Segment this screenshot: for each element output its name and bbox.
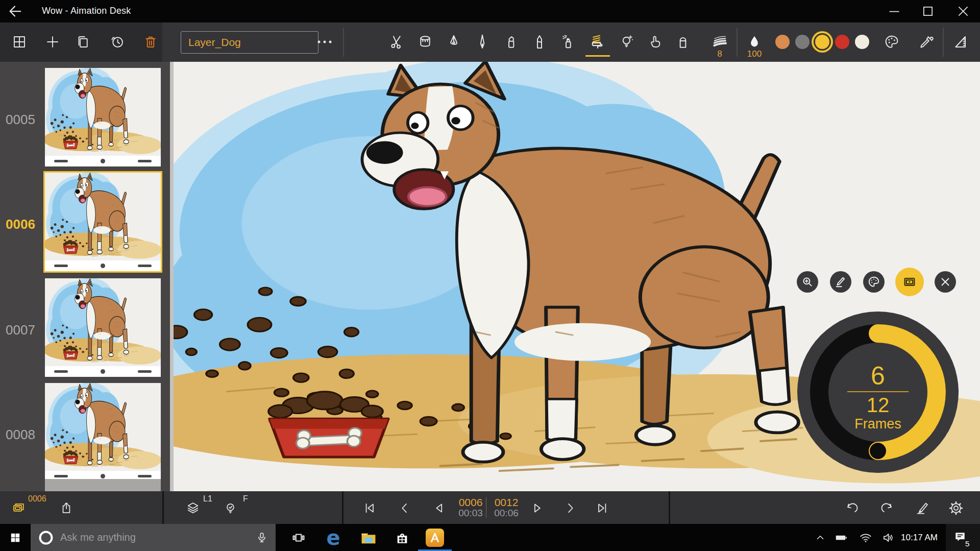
frame-thumbnail-partial[interactable] bbox=[45, 479, 161, 491]
bottom-divider bbox=[669, 491, 670, 524]
taskbar-clock[interactable]: 10:17 AM bbox=[896, 533, 943, 543]
opacity-drop-icon[interactable] bbox=[747, 34, 762, 50]
cortana-search-box[interactable] bbox=[31, 524, 276, 551]
frames-mode-icon[interactable] bbox=[12, 501, 26, 515]
colors-button[interactable] bbox=[863, 271, 885, 293]
position-divider bbox=[486, 497, 486, 518]
main-area: 0005 0006 0007 0008 bbox=[0, 62, 980, 491]
zoom-button[interactable] bbox=[797, 271, 818, 293]
stylus-icon[interactable] bbox=[474, 34, 491, 50]
stroke-size-value[interactable]: 8 bbox=[717, 49, 722, 59]
film-strip bbox=[45, 156, 161, 166]
ruler-icon[interactable] bbox=[952, 34, 968, 50]
action-center-button[interactable] bbox=[946, 524, 980, 551]
draw-mode-icon[interactable] bbox=[915, 500, 930, 516]
frame-flag-icon[interactable] bbox=[224, 501, 238, 515]
windows-store-icon[interactable] bbox=[390, 524, 414, 551]
film-strip bbox=[45, 366, 161, 377]
fountain-pen-icon[interactable] bbox=[446, 34, 462, 50]
minimize-icon[interactable] bbox=[887, 4, 902, 19]
paint-roller-icon[interactable] bbox=[589, 33, 606, 51]
swatch-red[interactable] bbox=[835, 35, 849, 49]
frames-scrollbar[interactable] bbox=[170, 62, 174, 491]
frames-dial[interactable]: 6 12 Frames bbox=[796, 307, 960, 478]
prev-frame-icon[interactable] bbox=[398, 501, 412, 515]
grid-icon[interactable] bbox=[12, 34, 27, 50]
layer-name-field[interactable] bbox=[181, 31, 318, 54]
paint-bucket-icon[interactable] bbox=[417, 34, 433, 50]
eraser-icon[interactable] bbox=[675, 34, 691, 50]
more-icon[interactable] bbox=[318, 41, 332, 43]
dial-knob[interactable] bbox=[870, 443, 886, 459]
duplicate-icon[interactable] bbox=[75, 34, 90, 50]
cortana-icon bbox=[38, 530, 54, 546]
file-explorer-icon[interactable] bbox=[356, 524, 381, 551]
bottom-bar: 0006 L1 F 0006 00:03 0012 00:06 bbox=[0, 491, 980, 524]
windows-taskbar: e 10:17 AM 5 bbox=[0, 524, 980, 551]
frame-art bbox=[45, 383, 161, 471]
idea-bulb-icon[interactable] bbox=[619, 34, 635, 50]
swatch-yellow-selected[interactable] bbox=[815, 35, 829, 49]
current-time: 00:03 bbox=[458, 508, 483, 519]
task-view-icon[interactable] bbox=[286, 524, 311, 551]
palette-icon[interactable] bbox=[884, 34, 900, 50]
swatch-gray[interactable] bbox=[795, 35, 810, 49]
battery-icon[interactable] bbox=[830, 524, 852, 551]
wifi-icon[interactable] bbox=[854, 524, 877, 551]
titlebar: Wow - Aimation Desk bbox=[0, 0, 980, 22]
animation-desk-app-icon[interactable] bbox=[423, 524, 447, 551]
search-input[interactable] bbox=[59, 531, 255, 544]
settings-gear-icon[interactable] bbox=[948, 500, 964, 516]
undo-icon[interactable] bbox=[845, 500, 860, 516]
play-icon[interactable] bbox=[530, 501, 544, 515]
layers-icon[interactable] bbox=[186, 501, 200, 515]
microphone-icon[interactable] bbox=[255, 531, 268, 544]
delete-icon[interactable] bbox=[143, 34, 158, 50]
share-icon[interactable] bbox=[59, 501, 74, 515]
draw-button[interactable] bbox=[830, 271, 851, 293]
skip-end-icon[interactable] bbox=[595, 501, 609, 515]
edge-browser-icon[interactable]: e bbox=[321, 524, 346, 551]
frame-thumbnail-0007[interactable] bbox=[45, 278, 161, 377]
step-back-icon[interactable] bbox=[432, 501, 446, 515]
current-position: 0006 00:03 bbox=[458, 496, 483, 519]
scissors-icon[interactable] bbox=[388, 34, 405, 50]
flag-badge: F bbox=[243, 494, 248, 504]
hand-icon[interactable] bbox=[647, 34, 663, 50]
stroke-width-icon[interactable] bbox=[711, 33, 728, 51]
frame-thumbnail-0005[interactable] bbox=[45, 68, 161, 166]
toolbar-divider bbox=[737, 28, 738, 57]
total-position: 0012 00:06 bbox=[494, 496, 519, 519]
frame-label: 0008 bbox=[0, 427, 41, 443]
close-overlay-button[interactable] bbox=[935, 271, 956, 293]
toolbar: 8 100 bbox=[0, 22, 980, 62]
bottom-divider bbox=[162, 491, 164, 524]
tray-chevron-icon[interactable] bbox=[809, 524, 831, 551]
bottom-divider bbox=[342, 491, 344, 524]
redo-icon[interactable] bbox=[879, 500, 894, 516]
current-frame-number: 0006 bbox=[458, 496, 483, 508]
maximize-icon[interactable] bbox=[920, 4, 936, 19]
drawing-canvas[interactable]: 6 12 Frames bbox=[174, 62, 980, 491]
pencil-icon[interactable] bbox=[531, 34, 548, 50]
airbrush-icon[interactable] bbox=[560, 34, 576, 50]
frame-badge: 0006 bbox=[28, 494, 46, 504]
next-frame-icon[interactable] bbox=[563, 501, 577, 515]
opacity-value[interactable]: 100 bbox=[747, 49, 762, 59]
preview-button-selected[interactable] bbox=[895, 268, 924, 296]
selected-tool-indicator bbox=[585, 55, 610, 57]
add-frame-icon[interactable] bbox=[45, 34, 60, 50]
frame-thumbnail-0006[interactable] bbox=[45, 173, 161, 271]
frame-art bbox=[45, 68, 161, 156]
back-icon[interactable] bbox=[7, 4, 22, 19]
history-icon[interactable] bbox=[110, 34, 125, 50]
close-icon[interactable] bbox=[955, 4, 971, 19]
marker-icon[interactable] bbox=[503, 34, 519, 50]
eyedropper-icon[interactable] bbox=[918, 34, 935, 50]
swatch-orange[interactable] bbox=[775, 35, 790, 49]
start-button[interactable] bbox=[0, 524, 31, 551]
swatch-white[interactable] bbox=[855, 35, 869, 49]
frame-thumbnail-0008[interactable] bbox=[45, 383, 161, 482]
frame-label: 0007 bbox=[0, 322, 41, 338]
skip-start-icon[interactable] bbox=[362, 501, 377, 515]
